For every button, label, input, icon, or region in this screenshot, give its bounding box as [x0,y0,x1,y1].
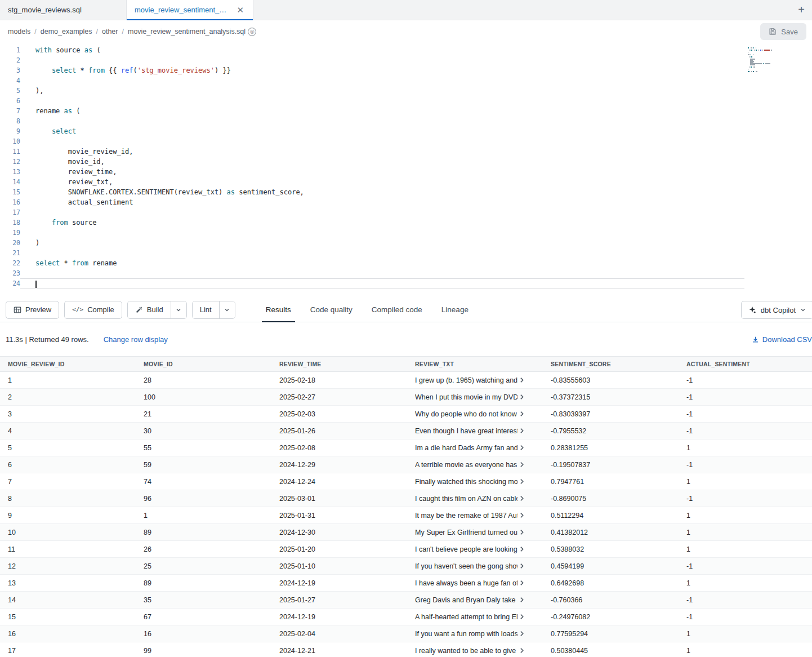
preview-button[interactable]: Preview [6,301,59,319]
cell-movie_review_id: 3 [0,410,136,418]
lint-button[interactable]: Lint [193,301,219,318]
cell-review_time: 2025-01-26 [271,427,407,435]
cell-review_txt: My Super Ex Girlfriend turned out to b… [407,529,543,536]
cell-movie_review_id: 6 [0,461,136,469]
code-line: 20) [0,238,812,248]
cell-review_txt: Greg Davis and Bryan Daly take some … [407,596,543,604]
cell-sentiment_score: 0.28381255 [543,444,679,452]
code-line: 17 [0,207,812,217]
cell-review_time: 2024-12-30 [271,529,407,536]
code-line-content: with source as ( [20,45,744,55]
line-number: 22 [0,258,20,268]
code-line: 13 review_time, [0,167,812,177]
save-button[interactable]: Save [760,23,806,40]
line-number: 5 [0,86,20,96]
expand-cell-button[interactable] [517,529,526,535]
code-line-content: select * from rename [20,258,744,268]
expand-cell-button[interactable] [517,546,526,552]
cell-review_txt: I caught this film on AZN on cable. It s… [407,495,543,503]
build-label: Build [147,305,163,314]
tab-movie-review-sentiment[interactable]: movie_review_sentiment_… ✕ [127,0,253,20]
new-tab-button[interactable]: + [791,0,812,20]
review-text: I can't believe people are looking for a… [415,545,517,553]
cell-actual_sentiment: -1 [679,596,812,604]
cell-review_time: 2025-02-03 [271,410,407,418]
dbt-copilot-button[interactable]: dbt Copilot [741,301,812,319]
cell-sentiment_score: 0.5112294 [543,512,679,520]
breadcrumb-segment[interactable]: other [102,28,118,35]
close-tab-icon[interactable]: ✕ [235,5,245,15]
result-tab-results[interactable]: Results [256,298,301,322]
cell-review_txt: If you haven't seen the gong show TV s… [407,562,543,570]
results-toolbar: Preview </> Compile Build Lint [0,298,812,322]
line-number: 10 [0,136,20,147]
chevron-right-icon [519,512,525,518]
build-hammer-icon [135,306,143,314]
code-line-content [20,207,744,217]
cell-review_time: 2025-02-04 [271,630,407,638]
expand-cell-button[interactable] [517,461,526,468]
expand-cell-button[interactable] [517,428,526,434]
file-options-icon[interactable]: ◎ [248,28,256,36]
line-number: 23 [0,268,20,278]
chevron-down-icon [224,307,230,313]
cell-review_txt: I grew up (b. 1965) watching and lovin… [407,376,543,384]
code-line: 6 [0,96,812,106]
table-row: 17992024-12-21I really wanted to be able… [0,642,812,657]
download-csv-link[interactable]: Download CSV [752,335,812,344]
change-row-display-link[interactable]: Change row display [104,335,168,344]
plus-icon: + [798,3,805,16]
expand-cell-button[interactable] [517,512,526,518]
expand-cell-button[interactable] [517,631,526,637]
cell-review_time: 2024-12-29 [271,461,407,469]
column-header-movie_review_id: MOVIE_REVIEW_ID [0,361,136,367]
build-dropdown-toggle[interactable] [171,301,186,318]
breadcrumb-segment[interactable]: models [8,28,30,35]
breadcrumb: models/demo_examples/other/movie_review_… [8,28,246,35]
tab-stg-movie-reviews[interactable]: stg_movie_reviews.sql [0,0,127,20]
code-line-content: SNOWFLAKE.CORTEX.SENTIMENT(review_txt) a… [20,187,744,197]
compile-button[interactable]: </> Compile [64,301,122,319]
build-button[interactable]: Build [128,301,171,318]
code-editor[interactable]: 1with source as (23 select * from {{ ref… [0,43,812,298]
expand-cell-button[interactable] [517,495,526,501]
expand-cell-button[interactable] [517,377,526,383]
table-header-row: MOVIE_REVIEW_IDMOVIE_IDREVIEW_TIMEREVIEW… [0,356,812,372]
expand-cell-button[interactable] [517,394,526,400]
line-number: 13 [0,167,20,177]
cell-sentiment_score: -0.83555603 [543,376,679,384]
cell-movie_id: 100 [136,393,271,401]
dbt-ide-window: stg_movie_reviews.sql movie_review_senti… [0,0,812,657]
expand-cell-button[interactable] [517,411,526,417]
breadcrumb-segment[interactable]: demo_examples [41,28,92,35]
cell-review_time: 2025-02-27 [271,393,407,401]
cell-movie_id: 21 [136,410,271,418]
expand-cell-button[interactable] [517,580,526,586]
expand-cell-button[interactable] [517,647,526,654]
chevron-right-icon [519,495,525,501]
result-tab-code-quality[interactable]: Code quality [301,298,362,322]
expand-cell-button[interactable] [517,597,526,603]
expand-cell-button[interactable] [517,445,526,451]
results-status-row: 11.3s | Returned 49 rows. Change row dis… [0,322,812,356]
result-tab-compiled-code[interactable]: Compiled code [362,298,432,322]
tab-label: movie_review_sentiment_… [135,6,231,14]
line-number: 3 [0,65,20,76]
result-tab-lineage[interactable]: Lineage [432,298,478,322]
text-cursor [35,281,37,288]
editor-minimap[interactable] [748,47,788,74]
lint-dropdown-toggle[interactable] [219,301,235,318]
cell-movie_id: 26 [136,545,271,553]
line-number: 19 [0,228,20,238]
expand-cell-button[interactable] [517,614,526,620]
cell-review_time: 2025-01-10 [271,562,407,570]
code-line-content: select [20,126,744,136]
table-row: 21002025-02-27When I put this movie in m… [0,389,812,406]
code-line: 9 select [0,126,812,136]
review-text: If you want a fun romp with loads of s… [415,630,517,638]
review-text: Even though I have great interest in Bi… [415,427,517,435]
expand-cell-button[interactable] [517,478,526,485]
code-line: 2 [0,55,812,65]
expand-cell-button[interactable] [517,563,526,569]
breadcrumb-segment[interactable]: movie_review_sentiment_analysis.sql [128,28,246,35]
